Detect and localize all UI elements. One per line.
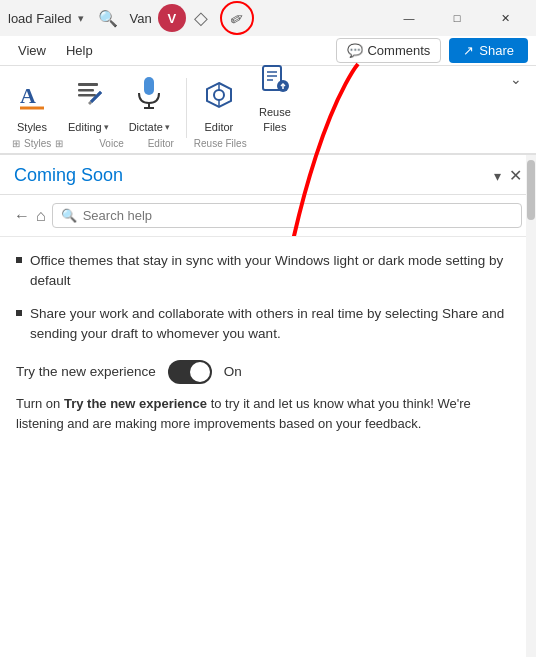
bullet-item-1: Office themes that stay in sync with you…	[16, 251, 520, 292]
ribbon-btn-styles[interactable]: A Styles	[8, 70, 56, 138]
ribbon-btn-editor[interactable]: Editor	[195, 70, 243, 138]
bullet-square-1	[16, 257, 22, 263]
panel-close-button[interactable]: ✕	[509, 166, 522, 185]
ribbon-reuse-label: Reuse Files	[194, 138, 247, 149]
app-title: load Failed	[8, 11, 72, 26]
menu-bar: View Help 💬 Comments ↗ Share	[0, 36, 536, 66]
svg-rect-5	[144, 77, 154, 95]
minimize-button[interactable]: —	[386, 2, 432, 34]
editing-label: Editing	[68, 120, 102, 134]
menu-view[interactable]: View	[8, 39, 56, 62]
scroll-track[interactable]	[526, 155, 536, 657]
search-box[interactable]: 🔍	[52, 203, 522, 228]
dictate-label: Dictate	[129, 120, 163, 134]
toggle-on-label: On	[224, 362, 242, 382]
editor-label: Editor	[205, 120, 234, 134]
title-bar: load Failed ▾ 🔍 Comments Van V ◇ ✏ — □ ✕	[0, 0, 536, 36]
toggle-label: Try the new experience	[16, 362, 156, 382]
svg-rect-4	[78, 94, 96, 97]
share-button[interactable]: ↗ Share	[449, 38, 528, 63]
ribbon-tools: A Styles Editing ▾	[8, 70, 528, 138]
share-icon: ↗	[463, 43, 474, 58]
user-avatar[interactable]: V	[158, 4, 186, 32]
ribbon-bottom: ⊞ Styles ⊞ Voice Editor Reuse Files	[8, 138, 528, 153]
comments-label: Comments	[367, 43, 430, 58]
title-bar-left: load Failed ▾ 🔍 Comments Van V ◇ ✏	[8, 1, 372, 35]
ribbon-expand-btn[interactable]: ⌄	[504, 70, 528, 88]
ribbon-styles-text: Styles	[24, 138, 51, 149]
styles-icon: A	[16, 79, 48, 118]
coming-soon-panel: Coming Soon ▾ ✕ ← ⌂ 🔍 Office themes that…	[0, 154, 536, 657]
maximize-button[interactable]: □	[434, 2, 480, 34]
editing-icon	[72, 79, 104, 118]
editing-arrow: ▾	[104, 122, 109, 132]
ribbon-btn-reuse[interactable]: ReuseFiles	[247, 70, 303, 138]
panel-dropdown-arrow[interactable]: ▾	[494, 168, 501, 184]
comments-icon: 💬	[347, 43, 363, 58]
ribbon-divider-1	[186, 78, 187, 138]
title-user-area: Comments Van V	[130, 4, 186, 32]
styles-label: Styles	[17, 120, 47, 134]
svg-rect-2	[78, 83, 98, 86]
svg-text:A: A	[20, 83, 36, 108]
window-controls: — □ ✕	[386, 2, 528, 34]
panel-content: Office themes that stay in sync with you…	[0, 237, 536, 625]
share-label: Share	[479, 43, 514, 58]
editor-icon	[203, 79, 235, 118]
title-search-icon[interactable]: 🔍	[98, 9, 118, 28]
user-name-label: Van	[130, 11, 152, 26]
styles-corner-icon2: ⊞	[55, 138, 63, 149]
menu-right: 💬 Comments ↗ Share	[336, 38, 528, 63]
bullet-item-2: Share your work and collaborate with oth…	[16, 304, 520, 345]
dictate-arrow: ▾	[165, 122, 170, 132]
bullet-text-2: Share your work and collaborate with oth…	[30, 304, 520, 345]
bullet-square-2	[16, 310, 22, 316]
search-input[interactable]	[83, 208, 513, 223]
panel-header: Coming Soon ▾ ✕	[0, 155, 536, 195]
menu-help[interactable]: Help	[56, 39, 103, 62]
toggle-switch[interactable]	[168, 360, 212, 384]
svg-point-8	[214, 90, 224, 100]
reuse-icon	[259, 64, 291, 103]
ribbon: A Styles Editing ▾	[0, 66, 536, 154]
nav-home-button[interactable]: ⌂	[36, 207, 46, 225]
styles-corner-icon: ⊞	[12, 138, 20, 149]
dictate-icon	[134, 75, 164, 118]
bullet-text-1: Office themes that stay in sync with you…	[30, 251, 520, 292]
svg-rect-3	[78, 89, 94, 92]
panel-nav: ← ⌂ 🔍	[0, 195, 536, 237]
ribbon-btn-editing[interactable]: Editing ▾	[60, 70, 117, 138]
close-button[interactable]: ✕	[482, 2, 528, 34]
footer-bold: Try the new experience	[64, 396, 207, 411]
search-icon: 🔍	[61, 208, 77, 223]
title-dropdown-arrow[interactable]: ▾	[78, 12, 84, 25]
toggle-row: Try the new experience On	[16, 360, 520, 384]
panel-title: Coming Soon	[14, 165, 123, 186]
pencil-icon: ✏	[226, 7, 247, 30]
ribbon-voice-label: Voice	[99, 138, 123, 149]
panel-footer-text: Turn on Try the new experience to try it…	[16, 394, 520, 433]
ribbon-expand-icon: ⌄	[504, 69, 528, 89]
ribbon-styles-label: ⊞ Styles ⊞	[12, 138, 63, 149]
toggle-knob	[190, 362, 210, 382]
reuse-label: ReuseFiles	[259, 105, 291, 134]
nav-back-button[interactable]: ←	[14, 207, 30, 225]
ribbon-btn-dictate[interactable]: Dictate ▾	[121, 70, 178, 138]
diamond-icon: ◇	[194, 7, 208, 29]
ribbon-editor-label: Editor	[148, 138, 174, 149]
panel-header-right: ▾ ✕	[494, 166, 522, 185]
pencil-circle-highlight: ✏	[220, 1, 254, 35]
comments-button[interactable]: 💬 Comments	[336, 38, 441, 63]
scroll-thumb[interactable]	[527, 160, 535, 220]
